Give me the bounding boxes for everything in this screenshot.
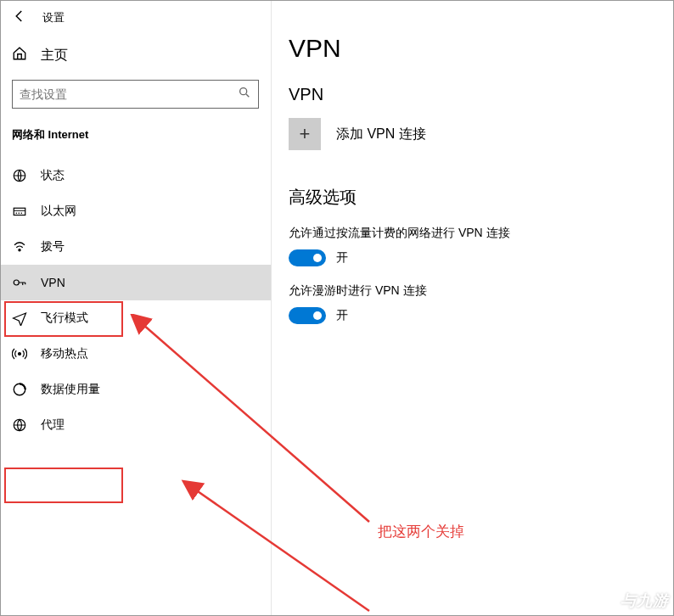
- nav-label: 飞行模式: [41, 311, 88, 326]
- nav-label: VPN: [41, 276, 65, 289]
- nav-label: 拨号: [41, 239, 65, 255]
- svg-rect-2: [14, 208, 25, 215]
- sidebar-item-status[interactable]: 状态: [0, 158, 271, 193]
- main-panel: VPN VPN + 添加 VPN 连接 高级选项 允许通过按流量计费的网络进行 …: [272, 0, 674, 616]
- topbar: 设置: [0, 0, 271, 36]
- setting-label: 允许漫游时进行 VPN 连接: [289, 283, 674, 299]
- add-vpn-button[interactable]: + 添加 VPN 连接: [289, 118, 674, 150]
- back-arrow-icon[interactable]: [12, 8, 27, 27]
- search-input[interactable]: [20, 87, 238, 101]
- svg-point-3: [19, 249, 20, 251]
- category-title: 网络和 Internet: [0, 124, 271, 158]
- nav-list: 状态 以太网 拨号 VPN: [0, 158, 271, 443]
- toggle-state: 开: [336, 308, 348, 323]
- nav-label: 移动热点: [41, 346, 88, 361]
- svg-point-4: [14, 280, 19, 285]
- ethernet-icon: [12, 204, 27, 219]
- vpn-icon: [12, 275, 27, 290]
- search-box[interactable]: [12, 80, 259, 109]
- hotspot-icon: [12, 346, 27, 361]
- page-title: VPN: [289, 34, 674, 63]
- setting-metered: 允许通过按流量计费的网络进行 VPN 连接 开: [289, 226, 674, 266]
- svg-point-0: [240, 88, 247, 95]
- home-icon: [12, 46, 27, 64]
- sidebar-item-vpn[interactable]: VPN: [0, 265, 271, 300]
- plus-icon: +: [289, 118, 321, 150]
- globe-status-icon: [12, 168, 27, 183]
- nav-label: 数据使用量: [41, 382, 100, 397]
- advanced-title: 高级选项: [289, 186, 674, 209]
- svg-point-5: [19, 353, 21, 356]
- home-label: 主页: [41, 47, 68, 64]
- sidebar-item-proxy[interactable]: 代理: [0, 407, 271, 443]
- sidebar: 设置 主页 网络和 Internet 状态: [0, 0, 272, 616]
- toggle-roaming[interactable]: [289, 307, 326, 324]
- section-vpn-title: VPN: [289, 85, 674, 104]
- sidebar-item-dialup[interactable]: 拨号: [0, 229, 271, 265]
- watermark: 与九游: [621, 591, 669, 611]
- sidebar-item-data-usage[interactable]: 数据使用量: [0, 372, 271, 407]
- toggle-metered[interactable]: [289, 249, 326, 266]
- app-title: 设置: [42, 10, 65, 25]
- dialup-icon: [12, 239, 27, 255]
- data-usage-icon: [12, 382, 27, 397]
- toggle-state: 开: [336, 250, 348, 266]
- proxy-icon: [12, 417, 27, 433]
- setting-label: 允许通过按流量计费的网络进行 VPN 连接: [289, 226, 674, 241]
- sidebar-item-home[interactable]: 主页: [0, 36, 271, 80]
- sidebar-item-ethernet[interactable]: 以太网: [0, 193, 271, 229]
- nav-label: 代理: [41, 417, 65, 433]
- airplane-icon: [12, 311, 27, 326]
- add-vpn-label: 添加 VPN 连接: [336, 126, 426, 143]
- search-icon: [238, 86, 251, 103]
- nav-label: 以太网: [41, 204, 76, 219]
- sidebar-item-airplane[interactable]: 飞行模式: [0, 300, 271, 336]
- nav-label: 状态: [41, 168, 65, 183]
- setting-roaming: 允许漫游时进行 VPN 连接 开: [289, 283, 674, 324]
- sidebar-item-hotspot[interactable]: 移动热点: [0, 336, 271, 372]
